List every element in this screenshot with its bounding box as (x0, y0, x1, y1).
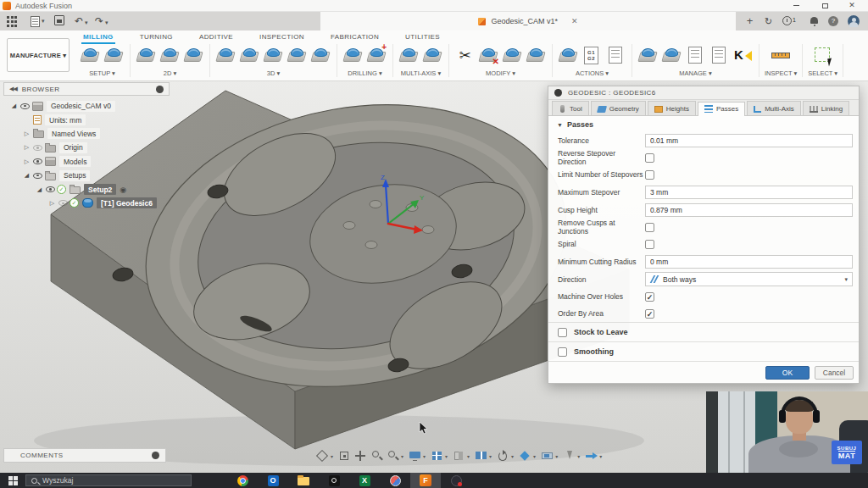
taskbar-app-paint[interactable] (380, 473, 410, 488)
section-smoothing-checkbox[interactable] (558, 347, 567, 357)
dialog-tab-linking[interactable]: Linking (803, 101, 849, 115)
expander-open-icon[interactable]: ◢ (21, 172, 32, 179)
2d-pocket-icon[interactable] (159, 44, 181, 67)
setup-sheet-icon[interactable] (605, 44, 626, 67)
trim-icon[interactable]: ✂ (454, 44, 476, 67)
param-maximum-stepover-input[interactable] (645, 186, 853, 199)
machine-library-icon[interactable] (661, 44, 682, 67)
taskbar-app-excel[interactable]: X (349, 473, 380, 488)
workspace-tab-milling[interactable]: MILLING (81, 31, 115, 44)
file-menu-button[interactable]: ▾ (31, 14, 45, 28)
param-reverse-stepover-direction-checkbox[interactable] (645, 153, 654, 163)
browser-item-origin[interactable]: ▷Origin (3, 141, 170, 154)
taskbar-app-capture[interactable] (319, 473, 349, 488)
new-nc-program-icon[interactable] (103, 44, 125, 67)
comments-bar[interactable]: COMMENTS (3, 448, 166, 463)
tool-bit-icon[interactable] (562, 449, 576, 463)
section-smoothing[interactable]: Smoothing (548, 341, 859, 361)
diamond-icon[interactable] (518, 449, 532, 463)
param-tolerance-input[interactable] (645, 134, 853, 147)
param-remove-cusps-at-junctions-checkbox[interactable] (645, 223, 654, 232)
visibility-eye-icon[interactable] (45, 186, 57, 193)
refresh-icon[interactable] (496, 449, 510, 463)
2d-adaptive-clearing-icon[interactable] (136, 44, 157, 67)
ribbon-group-label-2d[interactable]: 2D ▾ (164, 69, 176, 77)
user-avatar[interactable] (847, 14, 861, 28)
pocket-clearing-icon[interactable] (239, 44, 260, 67)
browser-item-named-views[interactable]: ▷Named Views (3, 127, 170, 141)
workspace-tab-inspection[interactable]: INSPECTION (258, 31, 306, 44)
browser-item-geodesic-cam-v0[interactable]: ◢Geodesic_CAM v0 (3, 99, 170, 113)
cam-plugin-icon[interactable]: K (732, 44, 754, 67)
post-process-icon[interactable]: G1 G2 (581, 44, 603, 67)
workspace-selector-button[interactable]: MANUFACTURE ▾ (7, 38, 70, 72)
dropdown-caret-icon[interactable]: ▾ (511, 453, 514, 459)
minimize-button[interactable] (785, 0, 807, 11)
maximize-button[interactable] (814, 0, 836, 11)
nc-programs-icon[interactable] (685, 44, 706, 67)
tool-library-icon[interactable] (637, 44, 659, 67)
expander-closed-icon[interactable]: ▷ (21, 158, 32, 165)
link-passes-icon[interactable] (526, 44, 547, 67)
viewcube-icon[interactable] (452, 449, 466, 463)
viewports-icon[interactable] (474, 449, 488, 463)
expander-closed-icon[interactable]: ▷ (21, 130, 32, 137)
templates-icon[interactable] (709, 44, 730, 67)
delete-passes-icon[interactable]: ✕ (478, 44, 499, 67)
browser-item-units-mm[interactable]: Units: mm (3, 113, 170, 126)
section-collapse-caret-icon[interactable]: ▼ (557, 122, 563, 128)
taskbar-search-input[interactable]: Wyszukaj (25, 474, 192, 486)
dropdown-caret-icon[interactable]: ▾ (467, 453, 470, 459)
workspace-tab-turning[interactable]: TURNING (138, 31, 175, 44)
dialog-tab-passes[interactable]: Passes (698, 102, 745, 116)
ribbon-group-label-actions[interactable]: ACTIONS ▾ (576, 69, 609, 77)
visibility-eye-icon[interactable] (32, 144, 44, 152)
visibility-eye-icon[interactable] (19, 103, 31, 110)
select-icon[interactable] (812, 44, 833, 67)
param-order-by-area-checkbox[interactable]: ✓ (645, 309, 654, 319)
param-limit-number-of-stepovers-checkbox[interactable] (645, 170, 654, 180)
browser-item-t1-geodesic6[interactable]: ▷✓[T1] Geodesic6 (3, 197, 170, 210)
dialog-tab-geometry[interactable]: Geometry (591, 101, 646, 115)
simulate-icon[interactable] (558, 44, 579, 67)
param-direction-dropdown[interactable]: Both ways▾ (645, 272, 853, 286)
start-button[interactable] (0, 473, 25, 488)
param-machine-over-holes-checkbox[interactable]: ✓ (645, 292, 654, 302)
multi-axis-contour-icon[interactable] (422, 44, 443, 67)
ribbon-group-label-inspect[interactable]: INSPECT ▾ (765, 69, 797, 77)
ribbon-group-label-select[interactable]: SELECT ▾ (808, 69, 837, 77)
collapse-panel-icon[interactable]: ◀◀ (9, 86, 17, 92)
document-tab[interactable]: Geodesic_CAM v1* ✕ (320, 12, 736, 30)
dropdown-caret-icon[interactable]: ▾ (489, 453, 492, 459)
dropdown-caret-icon[interactable]: ▾ (331, 453, 333, 459)
dropdown-caret-icon[interactable]: ▾ (445, 453, 448, 459)
workspace-tab-utilities[interactable]: UTILITIES (403, 31, 442, 44)
close-button[interactable]: ✕ (841, 0, 863, 11)
browser-options-icon[interactable] (156, 86, 164, 93)
browser-item-setup2[interactable]: ◢✓Setup2◉ (3, 182, 170, 196)
section-stock-to-leave-checkbox[interactable] (558, 328, 567, 337)
arrow-icon[interactable] (584, 449, 598, 463)
cancel-button[interactable]: Cancel (815, 366, 854, 380)
expander-closed-icon[interactable]: ▷ (21, 144, 32, 151)
workspace-tab-additive[interactable]: ADDITIVE (198, 31, 235, 44)
ribbon-group-label-modify[interactable]: MODIFY ▾ (486, 69, 515, 77)
dialog-tab-tool[interactable]: Tool (552, 101, 589, 115)
steep-and-shallow-icon[interactable] (263, 44, 284, 67)
machine-icon[interactable] (540, 449, 554, 463)
morphed-spiral-icon[interactable] (310, 44, 331, 67)
ribbon-group-label-3d[interactable]: 3D ▾ (267, 69, 280, 77)
dropdown-caret-icon[interactable]: ▾ (599, 453, 602, 459)
taskbar-app-recorder[interactable] (441, 473, 471, 488)
expander-open-icon[interactable]: ◢ (8, 103, 19, 109)
new-tab-button[interactable]: + (743, 14, 757, 28)
face-icon[interactable] (183, 44, 204, 67)
dropdown-caret-icon[interactable]: ▾ (533, 453, 536, 459)
comments-options-icon[interactable] (152, 452, 159, 459)
dropdown-caret-icon[interactable]: ▾ (555, 453, 558, 459)
browser-panel-header[interactable]: ◀◀ BROWSER (3, 82, 170, 96)
taskbar-app-outlook[interactable]: O (258, 473, 288, 488)
ok-button[interactable]: OK (765, 366, 810, 380)
visibility-eye-icon[interactable] (58, 199, 70, 207)
param-minimum-cutting-radius-input[interactable] (645, 255, 853, 269)
